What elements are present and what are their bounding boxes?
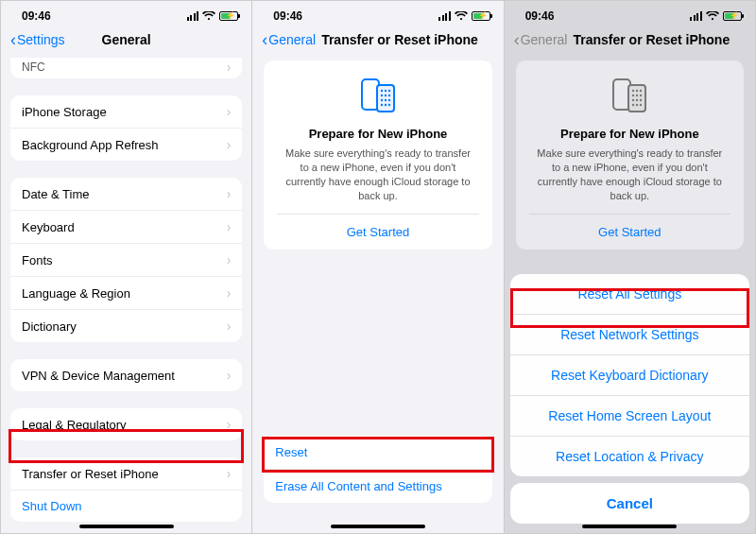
status-time: 09:46 <box>525 9 555 23</box>
row-transfer-reset[interactable]: Transfer or Reset iPhone› <box>10 457 242 490</box>
action-sheet-overlay: Reset All Settings Reset Network Setting… <box>505 58 755 533</box>
transfer-phones-icon <box>277 76 478 119</box>
row-vpn-device-mgmt[interactable]: VPN & Device Management› <box>10 359 242 391</box>
chevron-right-icon: › <box>227 137 232 152</box>
svg-point-4 <box>388 90 390 92</box>
chevron-right-icon: › <box>227 186 232 201</box>
svg-rect-1 <box>377 85 394 112</box>
svg-point-11 <box>381 104 383 106</box>
nav-bar: ‹ General Transfer or Reset iPhone <box>252 26 503 58</box>
row-language-region[interactable]: Language & Region› <box>10 276 242 309</box>
prepare-card: Prepare for New iPhone Make sure everyth… <box>264 60 491 250</box>
settings-group: VPN & Device Management› <box>10 359 242 391</box>
row-label: Legal & Regulatory <box>22 418 127 432</box>
panel-body: Prepare for New iPhone Make sure everyth… <box>505 58 755 533</box>
chevron-right-icon: › <box>227 368 232 383</box>
row-fonts[interactable]: Fonts› <box>10 243 242 276</box>
row-legal-regulatory[interactable]: Legal & Regulatory› <box>10 408 242 440</box>
back-label: General <box>521 32 568 47</box>
status-time: 09:46 <box>273 9 302 23</box>
nav-bar: ‹ Settings General <box>1 26 251 58</box>
battery-icon: ⚡ <box>219 11 238 21</box>
opt-reset-home-screen-layout[interactable]: Reset Home Screen Layout <box>510 395 749 436</box>
cellular-icon <box>690 11 702 21</box>
row-iphone-storage[interactable]: iPhone Storage› <box>10 95 242 128</box>
chevron-left-icon: ‹ <box>514 31 520 48</box>
row-label: Keyboard <box>22 220 75 234</box>
back-button[interactable]: ‹ Settings <box>10 31 65 48</box>
back-button: ‹ General <box>514 31 568 48</box>
chevron-right-icon: › <box>227 219 232 234</box>
row-bg-app-refresh[interactable]: Background App Refresh› <box>10 128 242 161</box>
opt-reset-keyboard-dictionary[interactable]: Reset Keyboard Dictionary <box>510 354 749 395</box>
panel-transfer-reset: 09:46 ⚡ ‹ General Transfer or Reset iPho… <box>251 1 503 533</box>
panel-body: Prepare for New iPhone Make sure everyth… <box>252 58 503 533</box>
chevron-left-icon: ‹ <box>10 31 16 48</box>
cellular-icon <box>438 11 451 21</box>
svg-point-3 <box>385 90 387 92</box>
svg-point-8 <box>381 99 383 101</box>
card-heading: Prepare for New iPhone <box>277 127 478 141</box>
row-label: Fonts <box>22 253 53 267</box>
bottom-actions: Reset Erase All Content and Settings <box>264 436 491 503</box>
home-indicator <box>582 525 677 528</box>
svg-point-2 <box>381 90 383 92</box>
row-dictionary[interactable]: Dictionary› <box>10 309 242 342</box>
chevron-left-icon: ‹ <box>262 31 267 48</box>
home-indicator <box>331 525 425 528</box>
chevron-right-icon: › <box>227 319 232 334</box>
svg-point-5 <box>381 95 383 96</box>
action-sheet: Reset All Settings Reset Network Setting… <box>510 274 749 476</box>
chevron-right-icon: › <box>227 285 232 301</box>
row-erase-all[interactable]: Erase All Content and Settings <box>264 469 491 503</box>
cellular-icon <box>187 11 199 21</box>
panel-general: 09:46 ⚡ ‹ Settings General NFC › <box>1 1 251 533</box>
back-button[interactable]: ‹ General <box>262 31 316 48</box>
status-bar: 09:46 ⚡ <box>1 1 251 26</box>
status-bar: 09:46 ⚡ <box>252 1 503 26</box>
wifi-icon <box>202 11 215 21</box>
cancel-button[interactable]: Cancel <box>510 483 749 524</box>
svg-point-10 <box>388 99 390 101</box>
row-date-time[interactable]: Date & Time› <box>10 178 242 210</box>
chevron-right-icon: › <box>227 104 232 119</box>
row-shut-down[interactable]: Shut Down <box>10 490 242 522</box>
row-label: NFC <box>22 60 45 74</box>
panel-body: NFC › iPhone Storage› Background App Ref… <box>1 58 251 533</box>
settings-group: NFC › <box>10 58 242 78</box>
row-label: Shut Down <box>22 499 82 513</box>
settings-group: iPhone Storage› Background App Refresh› <box>10 95 242 161</box>
status-bar: 09:46 ⚡ <box>505 1 755 26</box>
svg-point-7 <box>388 95 390 96</box>
wifi-icon <box>455 11 468 21</box>
svg-point-9 <box>385 99 387 101</box>
battery-icon: ⚡ <box>723 11 742 21</box>
row-label: Erase All Content and Settings <box>275 479 441 493</box>
status-time: 09:46 <box>22 9 51 23</box>
row-nfc[interactable]: NFC › <box>10 58 242 78</box>
row-label: Language & Region <box>22 286 130 301</box>
row-keyboard[interactable]: Keyboard› <box>10 210 242 243</box>
chevron-right-icon: › <box>227 252 232 267</box>
opt-reset-network-settings[interactable]: Reset Network Settings <box>510 314 749 354</box>
back-label: General <box>268 32 316 47</box>
chevron-right-icon: › <box>227 60 232 75</box>
nav-bar: ‹ General Transfer or Reset iPhone <box>505 26 755 58</box>
opt-reset-location-privacy[interactable]: Reset Location & Privacy <box>510 436 749 476</box>
opt-reset-all-settings[interactable]: Reset All Settings <box>510 274 749 314</box>
row-reset[interactable]: Reset <box>264 436 491 469</box>
row-label: Date & Time <box>22 187 90 201</box>
row-label: Dictionary <box>22 319 77 334</box>
chevron-right-icon: › <box>227 417 232 432</box>
nav-title: Transfer or Reset iPhone <box>573 32 730 47</box>
row-label: iPhone Storage <box>22 105 107 119</box>
svg-point-6 <box>385 95 387 96</box>
settings-group: Legal & Regulatory› <box>10 408 242 440</box>
wifi-icon <box>706 11 719 21</box>
row-label: Transfer or Reset iPhone <box>22 467 159 481</box>
home-indicator <box>79 525 174 528</box>
row-label: Background App Refresh <box>22 138 159 152</box>
get-started-button[interactable]: Get Started <box>277 214 478 250</box>
card-body: Make sure everything's ready to transfer… <box>277 146 478 214</box>
settings-group: Transfer or Reset iPhone› Shut Down <box>10 457 242 522</box>
